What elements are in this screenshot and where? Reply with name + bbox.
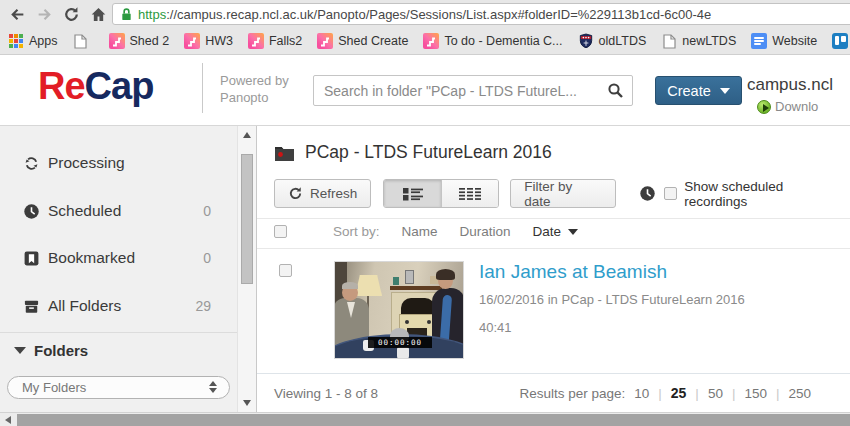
- select-all-checkbox[interactable]: [274, 225, 287, 238]
- session-thumbnail[interactable]: 00:00:00: [334, 261, 464, 359]
- folder-title-row: PCap - LTDS FutureLearn 2016: [274, 142, 552, 163]
- folders-section-header[interactable]: Folders: [14, 342, 88, 359]
- play-circle-icon: [757, 100, 771, 114]
- logo-re: Re: [38, 65, 85, 107]
- search-input[interactable]: [314, 76, 599, 105]
- sort-option-name[interactable]: Name: [402, 224, 438, 239]
- show-scheduled-label: Show scheduled recordings: [684, 179, 850, 209]
- session-checkbox[interactable]: [279, 264, 292, 277]
- bookmark-website[interactable]: Website: [751, 33, 817, 49]
- select-stepper-icon: [209, 381, 217, 393]
- bookmark-label: Falls2: [269, 34, 302, 48]
- bookmark-newltds[interactable]: newLTDS: [661, 33, 736, 49]
- session-duration: 40:41: [479, 320, 512, 335]
- scroll-left-icon[interactable]: [5, 416, 11, 424]
- create-button[interactable]: Create: [655, 76, 742, 105]
- separator: [257, 218, 850, 219]
- steps-icon: [109, 33, 125, 49]
- download-recorder-link[interactable]: Downlo: [757, 99, 818, 114]
- address-bar[interactable]: https ://campus.recap.ncl.ac.uk/Panopto/…: [112, 3, 850, 25]
- sort-option-date-label: Date: [533, 224, 562, 239]
- trello-icon: [832, 33, 848, 49]
- sidebar-item-all-folders[interactable]: All Folders 29: [0, 291, 237, 321]
- sort-option-duration[interactable]: Duration: [460, 224, 511, 239]
- sidebar-item-bookmarked[interactable]: Bookmarked 0: [0, 243, 237, 273]
- reload-icon[interactable]: [58, 2, 84, 26]
- bookmark-todo-dementia[interactable]: To do - Dementia C...: [423, 33, 562, 49]
- bookmark-label: oldLTDS: [599, 34, 647, 48]
- folders-select[interactable]: My Folders: [7, 376, 230, 399]
- page-size-50[interactable]: 50: [708, 386, 723, 401]
- page-size-10[interactable]: 10: [634, 386, 649, 401]
- bookmark-falls2[interactable]: Falls2: [248, 33, 302, 49]
- session-title-link[interactable]: Ian James at Beamish: [479, 261, 667, 283]
- show-scheduled-toggle: Show scheduled recordings: [664, 179, 850, 209]
- sidebar-item-scheduled[interactable]: Scheduled 0: [0, 196, 237, 226]
- bookmark-untitled[interactable]: [73, 33, 94, 49]
- search-icon[interactable]: [607, 82, 624, 99]
- docs-icon: [751, 33, 767, 49]
- padlock-icon[interactable]: [120, 7, 133, 22]
- bookmark-oldltds[interactable]: oldLTDS: [578, 33, 647, 49]
- steps-icon: [248, 33, 264, 49]
- home-icon[interactable]: [85, 2, 111, 26]
- filter-label: Filter by date: [524, 179, 602, 209]
- refresh-button[interactable]: Refresh: [274, 179, 371, 208]
- bookmark-label: Apps: [29, 34, 58, 48]
- bookmark-hw3[interactable]: HW3: [184, 33, 233, 49]
- main-content: PCap - LTDS FutureLearn 2016 Refresh Fil…: [256, 126, 850, 412]
- page-size-250[interactable]: 250: [788, 386, 811, 401]
- bookmark-shed-create[interactable]: Shed Create: [317, 33, 408, 49]
- url-scheme: https: [138, 7, 166, 22]
- folders-select-value: My Folders: [22, 380, 86, 395]
- sidebar-item-processing[interactable]: Processing: [0, 148, 237, 178]
- recap-logo[interactable]: ReCap: [38, 65, 153, 108]
- sidebar-item-count: 0: [203, 250, 211, 266]
- results-per-page-label: Results per page:: [519, 386, 625, 401]
- sidebar-item-label: Scheduled: [48, 202, 121, 220]
- apps-grid-icon: [8, 33, 24, 49]
- back-icon[interactable]: [4, 2, 30, 26]
- bookmark-trello[interactable]: (1) Trello: [832, 33, 850, 49]
- vertical-scrollbar[interactable]: [237, 126, 256, 412]
- search-box: [313, 75, 633, 106]
- bookmark-label: Shed 2: [130, 34, 170, 48]
- detail-view-button[interactable]: [441, 180, 498, 207]
- bookmark-label: To do - Dementia C...: [444, 34, 562, 48]
- bookmark-label: Shed Create: [338, 34, 408, 48]
- chevron-down-icon: [720, 88, 730, 94]
- bookmark-apps[interactable]: Apps: [8, 33, 58, 49]
- scroll-down-icon[interactable]: [243, 400, 251, 406]
- bookmark-label: Website: [772, 34, 817, 48]
- powered-line1: Powered by: [220, 72, 289, 89]
- sort-option-date[interactable]: Date: [533, 224, 579, 239]
- content-toolbar: Refresh Filter by date Show scheduled re…: [274, 179, 850, 208]
- forward-icon[interactable]: [31, 2, 57, 26]
- bookmark-shed2[interactable]: Shed 2: [109, 33, 170, 49]
- sidebar-item-count: 29: [195, 298, 211, 314]
- horizontal-scrollbar[interactable]: [0, 412, 850, 426]
- sort-by-label: Sort by:: [333, 224, 380, 239]
- page-size-25[interactable]: 25: [671, 385, 687, 401]
- show-scheduled-checkbox[interactable]: [664, 187, 677, 200]
- viewing-status: Viewing 1 - 8 of 8: [274, 386, 378, 401]
- scrollbar-thumb[interactable]: [241, 154, 253, 284]
- separator: [257, 248, 850, 249]
- header-divider: [202, 63, 203, 113]
- powered-by-panopto: Powered by Panopto: [220, 72, 289, 106]
- steps-icon: [317, 33, 333, 49]
- recording-folder-icon: [274, 145, 295, 161]
- steps-icon: [184, 33, 200, 49]
- page-icon: [661, 33, 677, 49]
- browser-window: https ://campus.recap.ncl.ac.uk/Panopto/…: [0, 0, 850, 426]
- account-menu[interactable]: campus.ncl: [747, 75, 833, 95]
- scrollbar-thumb[interactable]: [17, 414, 850, 426]
- bookmark-label: HW3: [205, 34, 233, 48]
- clock-icon: [22, 202, 40, 220]
- list-view-button[interactable]: [384, 180, 441, 207]
- page-size-150[interactable]: 150: [744, 386, 767, 401]
- filter-by-date-button[interactable]: Filter by date: [510, 179, 616, 208]
- shield-icon: [578, 33, 594, 49]
- sort-direction-icon: [568, 229, 578, 235]
- scroll-up-icon[interactable]: [243, 132, 251, 138]
